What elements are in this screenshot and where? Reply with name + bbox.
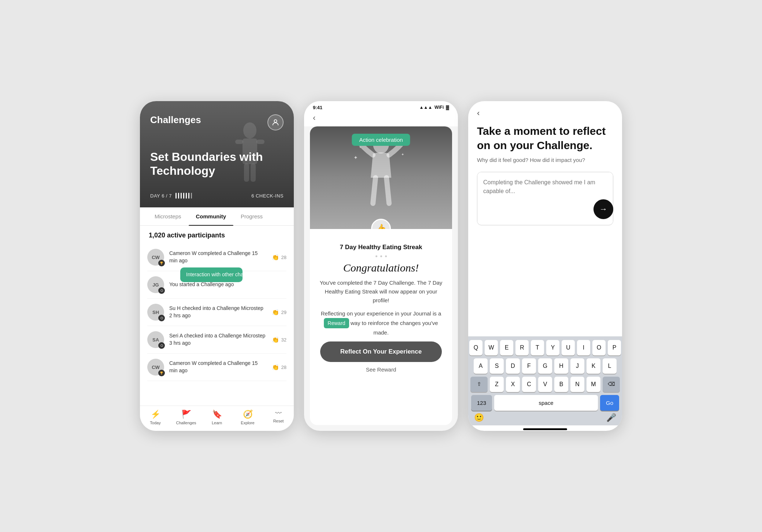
key-b[interactable]: B (554, 377, 568, 392)
svg-text:✦: ✦ (401, 152, 404, 156)
feed-text-0: Cameron W completed a Challenge 15 min a… (169, 250, 267, 264)
day-bar-3 (181, 193, 182, 199)
status-bar: 9:41 ▲▲▲ WiFi ▓ (304, 101, 458, 110)
key-d[interactable]: D (506, 358, 520, 374)
key-o[interactable]: O (592, 340, 606, 355)
reflect-header: ‹ Take a moment to reflect on on your Ch… (468, 101, 622, 169)
status-time: 9:41 (313, 105, 322, 110)
feed-text-4: Cameron W completed a Challenge 15 min a… (169, 360, 267, 374)
feed-text-1: You started a Challenge ago (169, 281, 286, 288)
app-title: Challenges (150, 114, 201, 126)
nav-reset-label: Reset (273, 419, 284, 423)
community-feed: CW 🏆 Cameron W completed a Challenge 15 … (140, 244, 294, 406)
key-space[interactable]: space (494, 395, 598, 411)
reflect-back-button[interactable]: ‹ (477, 108, 613, 118)
key-q[interactable]: Q (469, 340, 482, 355)
key-x[interactable]: X (506, 377, 520, 392)
feed-item-4[interactable]: CW 🏆 Cameron W completed a Challenge 15 … (147, 354, 286, 381)
svg-rect-4 (244, 163, 249, 182)
wave-icon: 〰 (275, 410, 282, 417)
key-w[interactable]: W (485, 340, 498, 355)
feed-item-0[interactable]: CW 🏆 Cameron W completed a Challenge 15 … (147, 244, 286, 271)
key-s[interactable]: S (490, 358, 504, 374)
clap-count-4: 28 (281, 365, 286, 370)
next-button[interactable]: → (593, 199, 613, 219)
nav-today-label: Today (150, 421, 160, 425)
emoji-icon[interactable]: 🙂 (474, 413, 484, 422)
screen2-inner: 9:41 ▲▲▲ WiFi ▓ ‹ Action celebration (304, 101, 458, 431)
dot-2 (380, 255, 382, 257)
key-l[interactable]: L (603, 358, 617, 374)
tab-microsteps[interactable]: Microsteps (147, 207, 189, 225)
home-indicator (523, 428, 567, 430)
key-u[interactable]: U (562, 340, 575, 355)
day-bar-2 (178, 193, 179, 199)
microphone-icon[interactable]: 🎤 (606, 413, 616, 422)
nav-today[interactable]: ⚡ Today (140, 410, 171, 425)
key-r[interactable]: R (515, 340, 529, 355)
kb-bottom-row: 🙂 🎤 (470, 411, 620, 422)
hero-background-silhouette (228, 116, 272, 189)
reflect-textarea-container (477, 172, 613, 225)
key-p[interactable]: P (608, 340, 621, 355)
key-i[interactable]: I (577, 340, 590, 355)
tabs-row: Microsteps Community Progress (140, 207, 294, 226)
clap-count-2: 29 (281, 310, 286, 315)
nav-explore[interactable]: 🧭 Explore (232, 410, 263, 425)
nav-reset[interactable]: 〰 Reset (263, 410, 294, 425)
nav-challenges[interactable]: 🚩 Challenges (171, 410, 201, 425)
arrow-right-icon: → (599, 204, 607, 214)
avatar-sa-3: SA ⬡ (147, 331, 164, 348)
phone-chrome: ‹ (304, 110, 458, 126)
key-h[interactable]: H (554, 358, 568, 374)
key-k[interactable]: K (587, 358, 600, 374)
key-g[interactable]: G (538, 358, 552, 374)
reward-tag[interactable]: Reward (324, 318, 349, 328)
day-bar-1 (175, 193, 177, 199)
reflect-textarea[interactable] (477, 172, 613, 223)
interaction-tooltip: Interaction with other challengers (180, 267, 243, 282)
key-numbers[interactable]: 123 (471, 395, 492, 411)
avatar-sh-2: SH ⬡ (147, 304, 164, 321)
keyboard: Q W E R T Y U I O P A S D F G H J K L ⇧ … (468, 336, 622, 425)
svg-rect-1 (243, 138, 257, 164)
key-shift[interactable]: ⇧ (470, 377, 488, 392)
clap-icon-4: 👏 (272, 364, 279, 371)
day-label: DAY 6 / 7 (150, 193, 172, 199)
key-f[interactable]: F (522, 358, 536, 374)
key-delete[interactable]: ⌫ (603, 377, 620, 392)
key-a[interactable]: A (474, 358, 488, 374)
reflect-title: Take a moment to reflect on on your Chal… (477, 124, 613, 152)
feed-text-2: Su H checked into a Challenge Microstep … (169, 305, 267, 319)
day-bar-7 (191, 193, 192, 199)
feed-item-2[interactable]: SH ⬡ Su H checked into a Challenge Micro… (147, 299, 286, 326)
key-t[interactable]: T (531, 340, 544, 355)
feed-item-1[interactable]: JG ⬡ You started a Challenge ago Interac… (147, 271, 286, 299)
day-progress-bars (175, 193, 192, 199)
key-v[interactable]: V (538, 377, 552, 392)
kb-row-1: Q W E R T Y U I O P (470, 340, 620, 355)
key-e[interactable]: E (500, 340, 513, 355)
feed-meta-2: 👏 29 (272, 309, 286, 316)
feed-item-3[interactable]: SA ⬡ Seri A checked into a Challenge Mic… (147, 326, 286, 354)
back-button[interactable]: ‹ (313, 113, 315, 123)
key-z[interactable]: Z (490, 377, 504, 392)
reflect-button[interactable]: Reflect On Your Experience (320, 341, 442, 362)
svg-point-0 (243, 122, 256, 138)
key-c[interactable]: C (522, 377, 536, 392)
celebration-hero: Action celebration ✦ (310, 126, 452, 229)
key-j[interactable]: J (570, 358, 584, 374)
nav-learn[interactable]: 🔖 Learn (201, 410, 232, 425)
see-reward-link[interactable]: See Reward (319, 366, 443, 376)
key-n[interactable]: N (570, 377, 584, 392)
reflect-subtitle: Why did it feel good? How did it impact … (477, 157, 613, 163)
tab-community[interactable]: Community (189, 207, 234, 225)
key-go[interactable]: Go (600, 395, 619, 411)
key-m[interactable]: M (587, 377, 600, 392)
celebration-body: 7 Day Healthy Eating Streak Congratulati… (310, 229, 452, 425)
dots-row (319, 255, 443, 257)
tab-progress[interactable]: Progress (233, 207, 270, 225)
hero-section: Challenges Set Boundaries with Technolog… (140, 101, 294, 207)
key-y[interactable]: Y (546, 340, 559, 355)
celebration-card: Action celebration ✦ (310, 126, 452, 425)
